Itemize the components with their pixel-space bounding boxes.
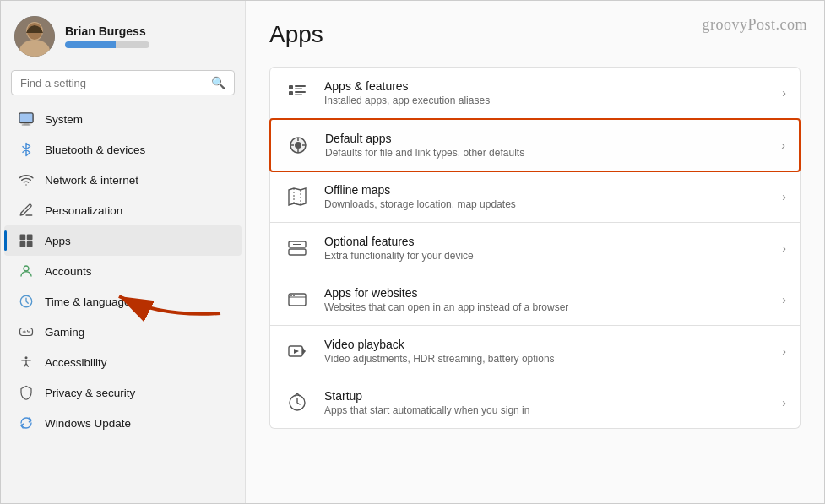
- svg-point-14: [25, 356, 28, 359]
- avatar: [14, 16, 55, 57]
- settings-item-offline-maps[interactable]: Offline maps Downloads, storage location…: [269, 171, 801, 223]
- apps-websites-desc: Websites that can open in an app instead…: [324, 301, 768, 313]
- privacy-icon: [18, 384, 35, 401]
- search-input[interactable]: [20, 77, 204, 89]
- svg-marker-27: [289, 188, 306, 205]
- user-profile: Brian Burgess: [1, 1, 245, 67]
- svg-rect-7: [20, 235, 26, 241]
- sidebar-item-gaming[interactable]: Gaming: [4, 317, 242, 347]
- optional-features-icon: [284, 235, 311, 262]
- svg-point-11: [24, 266, 29, 271]
- video-playback-desc: Video adjustments, HDR streaming, batter…: [324, 353, 768, 365]
- apps-websites-chevron: ›: [782, 293, 786, 306]
- settings-item-optional-features[interactable]: Optional features Extra functionality fo…: [269, 223, 801, 274]
- apps-icon: [18, 232, 35, 249]
- default-apps-text: Default apps Defaults for file and link …: [325, 132, 768, 159]
- sidebar-item-apps[interactable]: Apps: [4, 225, 242, 256]
- video-playback-title: Video playback: [324, 338, 768, 351]
- svg-marker-40: [294, 349, 299, 354]
- settings-window: Brian Burgess 🔍 System Bluetooth & devic…: [0, 0, 825, 504]
- optional-features-desc: Extra functionality for your device: [324, 250, 768, 262]
- optional-features-chevron: ›: [782, 241, 786, 255]
- offline-maps-icon: [284, 183, 311, 210]
- sidebar-item-accessibility[interactable]: Accessibility: [4, 347, 242, 377]
- svg-rect-16: [295, 85, 306, 87]
- search-icon[interactable]: 🔍: [211, 76, 225, 89]
- network-icon: [18, 171, 35, 188]
- time-icon: [18, 293, 35, 310]
- settings-item-video-playback[interactable]: Video playback Video adjustments, HDR st…: [269, 326, 801, 377]
- sidebar-item-privacy[interactable]: Privacy & security: [4, 377, 242, 408]
- sidebar-item-system[interactable]: System: [4, 104, 242, 134]
- search-box[interactable]: 🔍: [11, 70, 235, 95]
- settings-item-startup[interactable]: Startup Apps that start automatically wh…: [269, 377, 801, 429]
- apps-features-text: Apps & features Installed apps, app exec…: [324, 79, 768, 106]
- bluetooth-icon: [18, 141, 35, 158]
- startup-desc: Apps that start automatically when you s…: [324, 404, 768, 416]
- sidebar-item-label-gaming: Gaming: [45, 326, 84, 339]
- accounts-icon: [18, 263, 35, 279]
- offline-maps-title: Offline maps: [324, 183, 768, 197]
- sidebar-item-windows-update[interactable]: Windows Update: [4, 408, 242, 438]
- startup-icon: [284, 389, 311, 416]
- svg-rect-13: [20, 328, 33, 336]
- sidebar-item-label-apps: Apps: [45, 235, 71, 247]
- sidebar-item-bluetooth[interactable]: Bluetooth & devices: [4, 134, 242, 165]
- sidebar: Brian Burgess 🔍 System Bluetooth & devic…: [1, 1, 246, 503]
- sidebar-item-label-accessibility: Accessibility: [45, 356, 107, 369]
- settings-item-apps-websites[interactable]: Apps for websites Websites that can open…: [269, 274, 801, 326]
- gaming-icon: [18, 323, 35, 340]
- svg-rect-20: [295, 94, 302, 95]
- default-apps-desc: Defaults for file and link types, other …: [325, 147, 768, 159]
- sidebar-item-label-privacy: Privacy & security: [45, 387, 135, 399]
- sidebar-item-label-personalization: Personalization: [45, 204, 122, 217]
- apps-features-icon: [284, 79, 311, 106]
- apps-websites-icon: [284, 286, 311, 313]
- startup-title: Startup: [324, 389, 768, 403]
- apps-features-chevron: ›: [782, 86, 786, 100]
- apps-websites-title: Apps for websites: [324, 286, 768, 300]
- svg-rect-6: [22, 124, 31, 125]
- user-info: Brian Burgess: [65, 24, 149, 48]
- svg-marker-39: [302, 347, 306, 355]
- personalization-icon: [18, 202, 35, 219]
- main-content: groovyPost.com Apps Apps & features: [246, 1, 824, 503]
- svg-rect-18: [289, 91, 293, 95]
- accessibility-icon: [18, 354, 35, 371]
- sidebar-item-label-accounts: Accounts: [45, 265, 92, 278]
- default-apps-chevron: ›: [781, 138, 785, 152]
- optional-features-text: Optional features Extra functionality fo…: [324, 235, 768, 262]
- svg-rect-9: [20, 241, 26, 247]
- apps-features-desc: Installed apps, app execution aliases: [324, 95, 768, 106]
- startup-chevron: ›: [782, 396, 786, 409]
- sidebar-item-accounts[interactable]: Accounts: [4, 256, 242, 286]
- offline-maps-chevron: ›: [782, 190, 786, 203]
- default-apps-title: Default apps: [325, 132, 768, 145]
- video-playback-text: Video playback Video adjustments, HDR st…: [324, 338, 768, 365]
- user-name: Brian Burgess: [65, 24, 149, 38]
- apps-features-title: Apps & features: [324, 79, 768, 93]
- svg-rect-8: [27, 235, 33, 241]
- system-icon: [18, 111, 35, 127]
- sidebar-item-time[interactable]: Time & language: [4, 286, 242, 317]
- svg-rect-10: [27, 241, 33, 247]
- svg-point-37: [293, 295, 295, 296]
- sidebar-item-network[interactable]: Network & internet: [4, 165, 242, 195]
- settings-item-apps-features[interactable]: Apps & features Installed apps, app exec…: [269, 67, 801, 119]
- startup-text: Startup Apps that start automatically wh…: [324, 389, 768, 416]
- settings-list: Apps & features Installed apps, app exec…: [269, 67, 801, 429]
- svg-rect-15: [289, 85, 293, 89]
- sidebar-item-label-network: Network & internet: [45, 174, 138, 187]
- settings-item-default-apps[interactable]: Default apps Defaults for file and link …: [269, 118, 801, 172]
- svg-rect-17: [295, 88, 302, 89]
- default-apps-icon: [285, 132, 312, 159]
- svg-point-22: [295, 142, 301, 149]
- video-playback-icon: [284, 338, 311, 365]
- offline-maps-desc: Downloads, storage location, map updates: [324, 198, 768, 210]
- nav-menu: System Bluetooth & devices Network & int…: [1, 104, 245, 438]
- page-title: Apps: [269, 21, 801, 48]
- sidebar-item-label-bluetooth: Bluetooth & devices: [45, 144, 145, 156]
- sidebar-item-personalization[interactable]: Personalization: [4, 195, 242, 225]
- windows-update-icon: [18, 415, 35, 431]
- video-playback-chevron: ›: [782, 344, 786, 358]
